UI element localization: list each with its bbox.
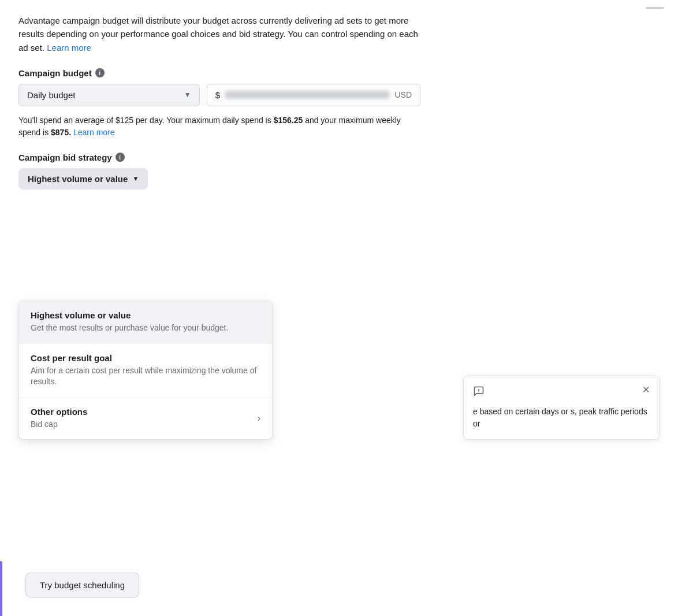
main-content: Advantage campaign budget will distribut… <box>0 0 439 217</box>
max-daily-amount: $156.25 <box>274 116 303 125</box>
dropdown-item-highest-volume[interactable]: Highest volume or value Get the most res… <box>19 301 272 344</box>
notification-panel: ✕ e based on certain days or s, peak tra… <box>463 376 660 440</box>
other-options-chevron-icon: › <box>258 413 260 424</box>
max-weekly-amount: $875. <box>51 128 71 137</box>
currency-suffix: USD <box>394 90 412 99</box>
notification-text: e based on certain days or s, peak traff… <box>473 406 650 430</box>
currency-prefix: $ <box>215 90 220 100</box>
bid-strategy-arrow-icon: ▼ <box>132 175 139 182</box>
dropdown-item-cost-per-result[interactable]: Cost per result goal Aim for a certain c… <box>19 344 272 398</box>
budget-type-label: Daily budget <box>27 90 75 100</box>
campaign-bid-title: Campaign bid strategy <box>18 153 112 162</box>
campaign-bid-section: Campaign bid strategy i Highest volume o… <box>18 153 420 190</box>
budget-scheduling-area: Try budget scheduling <box>0 561 335 616</box>
spend-info: You'll spend an average of $125 per day.… <box>18 114 420 139</box>
budget-row: Daily budget ▼ $ USD <box>18 84 420 106</box>
notification-close-button[interactable]: ✕ <box>642 385 650 395</box>
campaign-budget-info-icon[interactable]: i <box>95 68 105 77</box>
campaign-budget-title: Campaign budget <box>18 68 92 78</box>
dropdown-item-other-options-title: Other options <box>31 407 87 417</box>
notification-header: ✕ <box>473 385 650 400</box>
budget-type-dropdown[interactable]: Daily budget ▼ <box>18 84 200 106</box>
budget-type-chevron-icon: ▼ <box>184 91 191 99</box>
intro-text: Advantage campaign budget will distribut… <box>18 14 420 54</box>
intro-learn-more-link[interactable]: Learn more <box>47 43 91 53</box>
purple-accent-bar <box>0 561 2 616</box>
dropdown-item-other-options-content: Other options Bid cap <box>31 407 87 431</box>
dropdown-item-other-options-subtitle: Bid cap <box>31 419 87 431</box>
page-wrapper: Advantage campaign budget will distribut… <box>0 0 678 616</box>
spend-info-text1: You'll spend an average of $125 per day.… <box>18 116 271 125</box>
notification-chat-icon <box>473 385 485 400</box>
dropdown-item-cost-per-result-desc: Aim for a certain cost per result while … <box>31 365 260 388</box>
try-budget-scheduling-button[interactable]: Try budget scheduling <box>25 573 139 598</box>
blurred-amount <box>225 91 390 99</box>
bid-strategy-dropdown-button[interactable]: Highest volume or value ▼ <box>18 168 148 190</box>
dropdown-item-highest-volume-title: Highest volume or value <box>31 310 260 320</box>
dropdown-item-highest-volume-desc: Get the most results or purchase value f… <box>31 322 260 334</box>
spend-learn-more-link[interactable]: Learn more <box>73 128 115 137</box>
bid-strategy-selected-label: Highest volume or value <box>28 174 128 184</box>
dropdown-item-other-options[interactable]: Other options Bid cap › <box>19 398 272 440</box>
dropdown-item-other-options-row: Other options Bid cap › <box>31 407 260 431</box>
campaign-bid-info-icon[interactable]: i <box>116 153 125 162</box>
dropdown-item-cost-per-result-title: Cost per result goal <box>31 353 260 363</box>
campaign-budget-label: Campaign budget i <box>18 68 420 78</box>
window-controls <box>646 7 664 9</box>
bid-strategy-dropdown-menu: Highest volume or value Get the most res… <box>18 300 273 440</box>
budget-amount-field[interactable]: $ USD <box>207 84 420 106</box>
campaign-bid-label: Campaign bid strategy i <box>18 153 420 162</box>
